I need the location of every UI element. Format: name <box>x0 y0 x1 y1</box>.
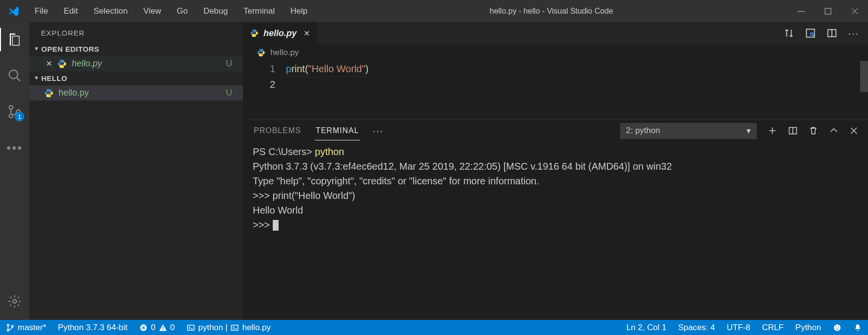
terminal-line: Hello World <box>253 205 303 216</box>
terminal-line: Type "help", "copyright", "credits" or "… <box>253 176 539 186</box>
source-control-activity-icon[interactable]: 1 <box>0 100 29 123</box>
breadcrumb[interactable]: hello.py <box>243 44 868 61</box>
svg-point-23 <box>834 324 841 331</box>
menu-edit[interactable]: Edit <box>56 0 85 22</box>
status-branch[interactable]: master* <box>0 323 52 333</box>
editor-tab-name: hello.py <box>263 28 297 39</box>
new-terminal-icon[interactable] <box>767 126 777 136</box>
status-feedback-icon[interactable] <box>827 323 848 333</box>
line-number: 2 <box>243 77 275 92</box>
panel-tab-problems[interactable]: PROBLEMS <box>253 121 302 140</box>
svg-rect-1 <box>825 8 831 14</box>
python-file-icon <box>257 48 265 57</box>
menu-help[interactable]: Help <box>283 0 315 22</box>
svg-point-8 <box>63 66 64 67</box>
scm-badge: 1 <box>15 112 24 121</box>
bottom-panel: PROBLEMS TERMINAL ··· 2: python ▾ PS C:\… <box>243 119 868 320</box>
current-line-highlight <box>286 77 868 92</box>
split-editor-icon[interactable] <box>827 28 837 39</box>
close-panel-icon[interactable] <box>849 126 858 135</box>
open-editors-section: ▾ OPEN EDITORS ✕ hello.py U <box>29 42 243 71</box>
folder-section: ▾ HELLO hello.py U <box>29 71 243 100</box>
search-activity-icon[interactable] <box>0 64 29 87</box>
folder-file-name: hello.py <box>59 88 89 98</box>
explorer-title: EXPLORER <box>29 22 243 42</box>
window-title: hello.py - hello - Visual Studio Code <box>315 7 787 16</box>
svg-point-25 <box>838 326 839 327</box>
status-encoding[interactable]: UTF-8 <box>721 323 756 333</box>
svg-point-17 <box>12 325 14 327</box>
status-run-context[interactable]: python | hello.py <box>181 323 277 333</box>
folder-header[interactable]: ▾ HELLO <box>29 71 243 85</box>
close-button[interactable] <box>841 0 868 22</box>
open-editor-item[interactable]: ✕ hello.py U <box>29 56 243 71</box>
terminal-output[interactable]: PS C:\Users> python Python 3.7.3 (v3.7.3… <box>243 141 868 237</box>
panel-more-icon[interactable]: ··· <box>373 125 384 137</box>
status-cursor[interactable]: Ln 2, Col 1 <box>621 323 672 333</box>
terminal-select[interactable]: 2: python ▾ <box>620 123 757 139</box>
more-activity-icon[interactable]: ••• <box>0 136 29 159</box>
menu-bar: File Edit Selection View Go Debug Termin… <box>27 0 315 22</box>
status-warnings: 0 <box>170 323 175 333</box>
split-terminal-icon[interactable] <box>788 126 798 136</box>
code-token: ) <box>365 63 369 74</box>
status-problems[interactable]: 0 0 <box>133 323 181 333</box>
status-errors: 0 <box>151 323 155 333</box>
maximize-panel-icon[interactable] <box>829 126 839 136</box>
open-editors-label: OPEN EDITORS <box>41 45 100 53</box>
code-token: ( <box>305 63 308 74</box>
status-notifications-icon[interactable] <box>848 323 868 333</box>
terminal-prompt: >>> <box>253 219 273 230</box>
svg-point-24 <box>836 326 837 327</box>
open-editor-name: hello.py <box>72 59 102 69</box>
status-interpreter[interactable]: Python 3.7.3 64-bit <box>52 323 134 333</box>
menu-file[interactable]: File <box>27 0 56 22</box>
svg-rect-20 <box>162 329 163 330</box>
menu-terminal[interactable]: Terminal <box>236 0 283 22</box>
code-editor[interactable]: 1 2 print("Hello World") <box>243 61 868 92</box>
open-editors-header[interactable]: ▾ OPEN EDITORS <box>29 42 243 56</box>
status-indent[interactable]: Spaces: 4 <box>672 323 721 333</box>
open-preview-icon[interactable] <box>805 28 816 39</box>
compare-changes-icon[interactable] <box>784 28 794 39</box>
editor-tab[interactable]: hello.py ✕ <box>243 22 317 44</box>
panel-tab-terminal[interactable]: TERMINAL <box>315 121 360 140</box>
svg-rect-19 <box>162 326 163 329</box>
svg-point-10 <box>50 96 51 97</box>
maximize-button[interactable] <box>814 0 841 22</box>
explorer-activity-icon[interactable] <box>0 28 29 51</box>
code-token: p <box>286 63 291 74</box>
chevron-down-icon: ▾ <box>35 75 39 81</box>
editor-scrollbar[interactable] <box>860 61 868 92</box>
menu-debug[interactable]: Debug <box>196 0 236 22</box>
svg-rect-21 <box>187 325 194 330</box>
git-status-untracked: U <box>226 59 232 69</box>
terminal-line: PS C:\Users> <box>253 146 315 157</box>
line-gutter: 1 2 <box>243 61 286 92</box>
settings-activity-icon[interactable] <box>0 290 29 313</box>
close-tab-icon[interactable]: ✕ <box>303 29 310 38</box>
activity-bar: 1 ••• <box>0 22 29 320</box>
kill-terminal-icon[interactable] <box>808 126 818 136</box>
svg-point-2 <box>9 70 18 79</box>
menu-go[interactable]: Go <box>169 0 196 22</box>
more-actions-icon[interactable]: ··· <box>848 28 859 39</box>
window-controls <box>787 0 868 22</box>
folder-file-item[interactable]: hello.py U <box>29 85 243 100</box>
minimize-button[interactable] <box>787 0 814 22</box>
svg-point-6 <box>13 299 17 303</box>
status-language[interactable]: Python <box>789 323 827 333</box>
editor-tabs: hello.py ✕ ··· <box>243 22 868 44</box>
git-status-untracked: U <box>226 88 232 98</box>
titlebar: File Edit Selection View Go Debug Termin… <box>0 0 868 22</box>
vscode-logo-icon <box>0 5 27 17</box>
status-bar: master* Python 3.7.3 64-bit 0 0 python |… <box>0 320 868 335</box>
status-run-label: python | <box>198 323 227 333</box>
status-eol[interactable]: CRLF <box>756 323 789 333</box>
menu-selection[interactable]: Selection <box>86 0 136 22</box>
close-editor-icon[interactable]: ✕ <box>46 59 52 68</box>
menu-view[interactable]: View <box>136 0 169 22</box>
code-content[interactable]: print("Hello World") <box>286 61 868 92</box>
svg-rect-0 <box>798 11 805 12</box>
panel-tabs: PROBLEMS TERMINAL ··· 2: python ▾ <box>243 120 868 141</box>
